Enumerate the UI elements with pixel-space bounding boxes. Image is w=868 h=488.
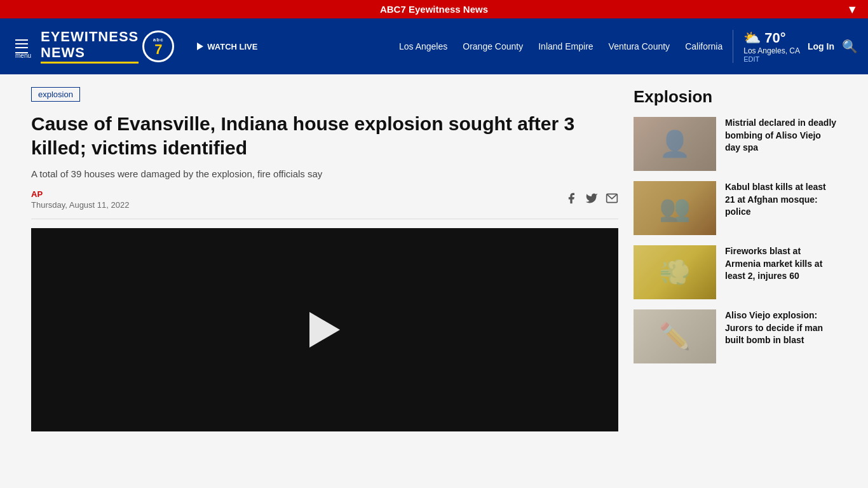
sidebar-item-text-4: Aliso Viejo explosion: Jurors to decide … bbox=[725, 309, 837, 363]
twitter-share-button[interactable] bbox=[585, 192, 598, 208]
article-date: Thursday, August 11, 2022 bbox=[31, 200, 129, 210]
nav-link-inland-empire[interactable]: Inland Empire bbox=[538, 41, 593, 51]
watch-live-button[interactable]: WATCH LIVE bbox=[197, 42, 257, 51]
sidebar-item-text-2: Kabul blast kills at least 21 at Afghan … bbox=[725, 181, 837, 235]
play-icon bbox=[197, 43, 203, 50]
weather-location: Los Angeles, CA bbox=[743, 46, 800, 55]
logo-line2: NEWS bbox=[41, 45, 139, 60]
nav-link-los-angeles[interactable]: Los Angeles bbox=[399, 41, 447, 51]
nav-links: Los Angeles Orange County Inland Empire … bbox=[399, 41, 722, 51]
sidebar-thumb-1: 👤 bbox=[634, 117, 716, 171]
sidebar-item[interactable]: 👤 Mistrial declared in deadly bombing of… bbox=[634, 117, 837, 171]
video-player[interactable] bbox=[31, 228, 618, 431]
sidebar-item[interactable]: 👥 Kabul blast kills at least 21 at Afgha… bbox=[634, 181, 837, 235]
sidebar-item-title-1: Mistrial declared in deadly bombing of A… bbox=[725, 118, 836, 152]
nav-bar: menu EYEWITNESS NEWS abc 7 WATCH LIVE Lo… bbox=[0, 18, 868, 74]
facebook-share-button[interactable] bbox=[565, 192, 578, 208]
weather-temp: 70° bbox=[764, 30, 785, 46]
menu-button[interactable]: menu bbox=[10, 34, 33, 58]
weather-top: ⛅ 70° bbox=[743, 30, 785, 46]
source-badge: AP bbox=[31, 189, 129, 199]
log-in-button[interactable]: Log In bbox=[808, 41, 834, 51]
channel-number: 7 bbox=[154, 43, 162, 57]
sidebar-thumb-3: 💨 bbox=[634, 245, 716, 299]
sidebar-item[interactable]: ✏️ Aliso Viejo explosion: Jurors to deci… bbox=[634, 309, 837, 363]
meta-left: AP Thursday, August 11, 2022 bbox=[31, 189, 129, 210]
logo-text: EYEWITNESS NEWS bbox=[41, 29, 139, 63]
sidebar-item-text-3: Fireworks blast at Armenia market kills … bbox=[725, 245, 837, 299]
top-banner-text: ABC7 Eyewitness News bbox=[380, 4, 488, 15]
thumb-crowd-icon: 👥 bbox=[634, 181, 716, 235]
main-container: explosion Cause of Evansville, Indiana h… bbox=[21, 74, 847, 444]
sidebar-thumb-4: ✏️ bbox=[634, 309, 716, 363]
thumb-smoke-icon: 💨 bbox=[634, 245, 716, 299]
nav-link-california[interactable]: California bbox=[685, 41, 722, 51]
chevron-down-icon[interactable]: ▼ bbox=[846, 3, 858, 16]
thumb-sketch-icon: ✏️ bbox=[634, 309, 716, 363]
play-button[interactable] bbox=[309, 312, 340, 348]
sidebar-item-text-1: Mistrial declared in deadly bombing of A… bbox=[725, 117, 837, 171]
sidebar: Explosion 👤 Mistrial declared in deadly … bbox=[634, 87, 837, 431]
category-tag[interactable]: explosion bbox=[31, 87, 80, 102]
article-meta: AP Thursday, August 11, 2022 bbox=[31, 189, 618, 219]
nav-right: ⛅ 70° Los Angeles, CA EDIT Log In 🔍 bbox=[733, 30, 858, 63]
social-icons bbox=[565, 192, 618, 208]
article-subtitle: A total of 39 houses were damaged by the… bbox=[31, 168, 618, 179]
weather-icon: ⛅ bbox=[743, 30, 761, 46]
search-icon[interactable]: 🔍 bbox=[842, 39, 858, 54]
sidebar-thumb-2: 👥 bbox=[634, 181, 716, 235]
menu-label: menu bbox=[15, 52, 28, 53]
watch-live-label: WATCH LIVE bbox=[207, 42, 257, 51]
sidebar-item-title-2: Kabul blast kills at least 21 at Afghan … bbox=[725, 182, 826, 217]
weather-edit[interactable]: EDIT bbox=[743, 55, 759, 63]
sidebar-title: Explosion bbox=[634, 87, 837, 107]
nav-link-orange-county[interactable]: Orange County bbox=[463, 41, 523, 51]
top-banner: ABC7 Eyewitness News ▼ bbox=[0, 0, 868, 18]
sidebar-item-title-3: Fireworks blast at Armenia market kills … bbox=[725, 246, 822, 281]
logo-area: EYEWITNESS NEWS abc 7 bbox=[41, 29, 174, 63]
logo-line1: EYEWITNESS bbox=[41, 29, 139, 44]
nav-link-ventura-county[interactable]: Ventura County bbox=[609, 41, 670, 51]
sidebar-item-title-4: Aliso Viejo explosion: Jurors to decide … bbox=[725, 310, 823, 345]
article-title: Cause of Evansville, Indiana house explo… bbox=[31, 112, 618, 159]
email-share-button[interactable] bbox=[606, 192, 618, 208]
nav-left: menu EYEWITNESS NEWS abc 7 WATCH LIVE bbox=[10, 29, 257, 63]
logo-underline bbox=[41, 62, 139, 64]
abc7-logo: abc 7 bbox=[142, 30, 174, 62]
article-area: explosion Cause of Evansville, Indiana h… bbox=[31, 87, 618, 431]
thumb-person-icon: 👤 bbox=[634, 117, 716, 171]
sidebar-item[interactable]: 💨 Fireworks blast at Armenia market kill… bbox=[634, 245, 837, 299]
weather-area: ⛅ 70° Los Angeles, CA EDIT bbox=[743, 30, 800, 63]
